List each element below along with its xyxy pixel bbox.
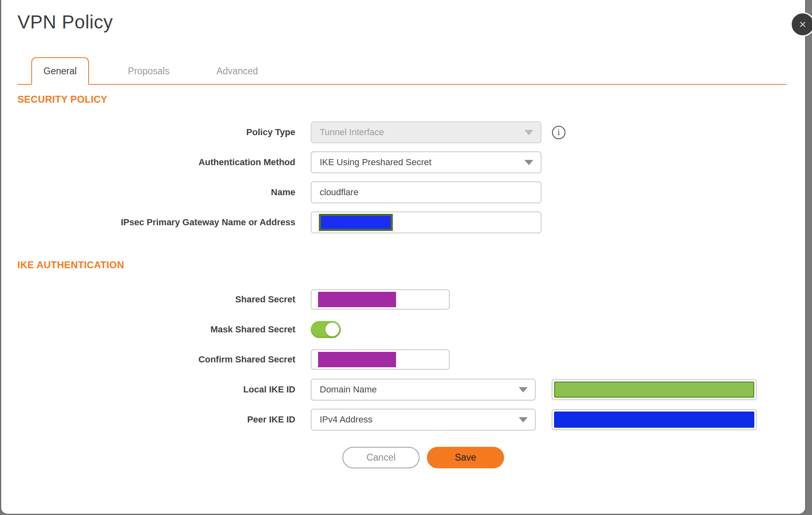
confirm-shared-secret-input[interactable]: [311, 349, 450, 370]
auth-method-row: Authentication Method IKE Using Preshare…: [1, 151, 805, 173]
toggle-knob: [325, 323, 339, 336]
dialog-actions: Cancel Save: [342, 447, 805, 468]
local-ike-id-row: Local IKE ID Domain Name: [1, 379, 805, 401]
gateway-input[interactable]: [311, 211, 541, 233]
local-ike-id-type-value: Domain Name: [320, 384, 377, 395]
tab-general[interactable]: General: [31, 57, 89, 85]
local-ike-id-input[interactable]: [552, 379, 757, 400]
tab-advanced[interactable]: Advanced: [208, 57, 266, 85]
gateway-label: IPsec Primary Gateway Name or Address: [1, 217, 311, 228]
mask-shared-secret-row: Mask Shared Secret: [1, 319, 805, 340]
auth-method-value: IKE Using Preshared Secret: [320, 157, 431, 168]
shared-secret-input[interactable]: [311, 289, 450, 310]
security-policy-form: Policy Type Tunnel Interface i Authentic…: [1, 121, 805, 233]
name-row: Name cloudflare: [1, 181, 805, 203]
peer-ike-id-label: Peer IKE ID: [1, 414, 311, 425]
section-header-ike-authentication: IKE AUTHENTICATION: [17, 259, 805, 271]
confirm-shared-secret-row: Confirm Shared Secret: [1, 349, 805, 371]
confirm-shared-secret-label: Confirm Shared Secret: [1, 354, 311, 365]
mask-shared-secret-toggle[interactable]: [311, 321, 341, 338]
tab-proposals[interactable]: Proposals: [120, 57, 178, 85]
name-label: Name: [1, 187, 311, 198]
local-ike-id-select[interactable]: Domain Name: [311, 379, 536, 401]
chevron-down-icon: [524, 130, 533, 135]
peer-ike-id-input[interactable]: [552, 409, 757, 430]
auth-method-label: Authentication Method: [1, 157, 311, 168]
page-title: VPN Policy: [17, 11, 805, 33]
policy-type-label: Policy Type: [1, 127, 311, 138]
policy-type-value: Tunnel Interface: [320, 127, 384, 138]
local-ike-id-label: Local IKE ID: [1, 384, 311, 395]
tabbar: General Proposals Advanced: [17, 56, 786, 85]
section-header-security-policy: SECURITY POLICY: [17, 94, 805, 105]
policy-type-row: Policy Type Tunnel Interface i: [1, 121, 805, 143]
redacted-confirm-shared-secret-value: [318, 352, 396, 367]
name-input[interactable]: cloudflare: [311, 181, 541, 203]
cancel-button[interactable]: Cancel: [342, 447, 420, 468]
chevron-down-icon: [519, 417, 528, 422]
peer-ike-id-row: Peer IKE ID IPv4 Address: [1, 409, 805, 431]
redacted-gateway-value: [319, 214, 393, 231]
mask-shared-secret-label: Mask Shared Secret: [1, 324, 311, 335]
ike-authentication-form: Shared Secret Mask Shared Secret Confirm…: [1, 289, 805, 431]
close-icon[interactable]: ×: [790, 12, 812, 37]
info-icon[interactable]: i: [552, 126, 565, 139]
peer-ike-id-type-value: IPv4 Address: [320, 414, 372, 425]
shared-secret-row: Shared Secret: [1, 289, 805, 310]
peer-ike-id-select[interactable]: IPv4 Address: [311, 409, 536, 431]
gateway-row: IPsec Primary Gateway Name or Address: [1, 211, 805, 233]
shared-secret-label: Shared Secret: [1, 294, 311, 305]
redacted-peer-ike-id-value: [554, 412, 754, 428]
policy-type-select: Tunnel Interface: [311, 121, 541, 143]
chevron-down-icon: [519, 387, 528, 392]
name-value: cloudflare: [320, 187, 358, 198]
save-button[interactable]: Save: [427, 447, 504, 468]
redacted-shared-secret-value: [318, 292, 396, 307]
chevron-down-icon: [524, 160, 533, 165]
vpn-policy-dialog: VPN Policy General Proposals Advanced SE…: [0, 0, 806, 515]
auth-method-select[interactable]: IKE Using Preshared Secret: [311, 151, 541, 173]
redacted-local-ike-id-value: [554, 381, 754, 398]
